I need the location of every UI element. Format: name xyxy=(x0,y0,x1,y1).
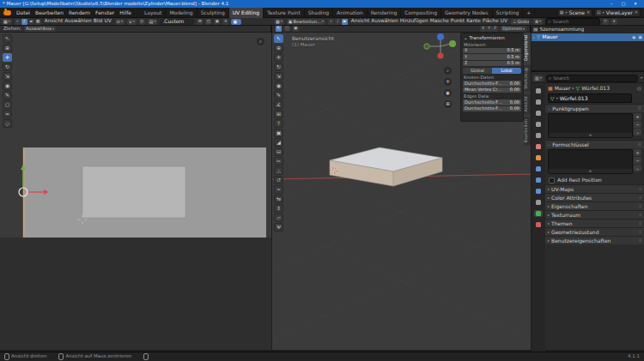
workspace-tab[interactable]: + xyxy=(523,8,535,18)
axis-field[interactable]: Y0.5 m xyxy=(463,54,521,60)
workspace-tab[interactable]: Modeling xyxy=(166,8,197,18)
axis-field[interactable]: X0.5 m xyxy=(463,48,521,54)
tweak-select-tool[interactable]: ↖ xyxy=(274,34,283,43)
uv-display-settings-button[interactable]: ▣▾ xyxy=(231,19,241,25)
move-tool[interactable]: ✛ xyxy=(3,53,12,62)
properties-search-input[interactable] xyxy=(553,75,587,81)
move-tool[interactable]: ✛ xyxy=(274,53,283,62)
disable-camera-icon[interactable]: ▣ xyxy=(638,35,642,39)
outliner-search-input[interactable] xyxy=(553,19,598,24)
ptab-particles[interactable] xyxy=(534,177,543,184)
shape-keys-panel-header[interactable]: ⌄ Formschlüssel ⠿ xyxy=(545,140,644,148)
remove-vertex-group-button[interactable]: − xyxy=(634,121,641,128)
spin-tool[interactable]: ↺ xyxy=(274,176,283,184)
ptab-world[interactable] xyxy=(534,143,543,150)
outliner-search[interactable]: ⌕ xyxy=(545,18,599,25)
ptab-object[interactable] xyxy=(534,154,543,161)
outliner-filter-icon[interactable]: ▽ xyxy=(603,19,609,25)
minimize-button[interactable]: – xyxy=(605,2,617,6)
unlink-scene-icon[interactable]: ✕ xyxy=(586,10,590,15)
properties-panel-collapsed[interactable]: ▸ Eigenschaften ⠿ xyxy=(545,202,644,210)
sidebar-tab[interactable]: Ansicht xyxy=(524,93,531,114)
uv-editor-type-button[interactable]: ▦▾ xyxy=(2,19,12,25)
uv-menu-item[interactable]: UV xyxy=(104,19,112,24)
uv-menu-item[interactable]: Auswählen xyxy=(64,19,92,24)
transform-tool[interactable]: ◉ xyxy=(3,81,12,90)
inset-faces-tool[interactable]: ▣ xyxy=(274,129,283,137)
ptab-output[interactable] xyxy=(534,110,543,117)
space-toggle-button[interactable]: Lokal xyxy=(492,68,521,74)
workspace-tab[interactable]: Compositing xyxy=(401,8,441,18)
uv-select-island[interactable]: ▩ xyxy=(35,19,41,25)
workspace-tab[interactable]: Layout xyxy=(141,8,166,18)
scale-tool[interactable]: ⇲ xyxy=(3,72,12,81)
properties-panel-collapsed[interactable]: ▸ UV-Maps ⠿ xyxy=(545,184,644,193)
workspace-tab[interactable]: Scripting xyxy=(493,8,524,18)
edge-slide-tool[interactable]: ⇆ xyxy=(274,195,283,203)
ptab-scene[interactable] xyxy=(534,132,543,139)
ptab-physics[interactable] xyxy=(534,188,543,195)
image-pack-icon[interactable]: ▣ xyxy=(214,19,220,25)
shrink-fatten-tool[interactable]: ⇕ xyxy=(274,204,283,213)
pinch-brush-tool[interactable]: ◇ xyxy=(3,119,12,128)
workspace-tab[interactable]: Geometry Nodes xyxy=(441,8,493,18)
browse-image-button[interactable]: ▤▾ xyxy=(148,19,158,25)
vertex-groups-panel-header[interactable]: ⌄ Punktgruppen ⠿ xyxy=(545,104,644,112)
viewport-menu-item[interactable]: Ansicht xyxy=(350,19,370,24)
rip-region-tool[interactable]: Ψ xyxy=(274,223,283,232)
smooth-tool[interactable]: ≈ xyxy=(274,185,283,194)
orientation-dropdown[interactable]: ⊥ Global▾ xyxy=(511,19,529,25)
viewport-menu-item[interactable]: Fläche xyxy=(482,19,500,24)
properties-panel-collapsed[interactable]: ▸ Themen ⠿ xyxy=(545,219,644,227)
relax-brush-tool[interactable]: ≈ xyxy=(3,110,12,118)
tweak-select-tool[interactable]: ↖ xyxy=(3,34,12,43)
viewport-zoom-icon[interactable]: ⌕ xyxy=(444,67,452,75)
sidebar-tab[interactable]: Bearbeiten xyxy=(524,117,531,145)
pin-icon[interactable]: ◎ xyxy=(637,86,641,91)
sidebar-tab[interactable]: Werkzeug xyxy=(524,65,531,92)
ptab-render[interactable] xyxy=(534,99,543,105)
viewlayer-selector[interactable]: ▤ ▾ ViewLayer ✕ xyxy=(594,9,641,17)
maximize-button[interactable]: ▢ xyxy=(617,2,629,6)
workspace-tab[interactable]: UV Editing xyxy=(229,8,264,18)
properties-panel-collapsed[interactable]: ▸ Color Attributes ⠿ xyxy=(545,193,644,202)
viewport-menu-item[interactable]: Hinzufügen xyxy=(399,19,429,24)
uv-snap-button[interactable]: ∪▾ xyxy=(127,19,137,25)
transform-panel-header[interactable]: ⌄ Transformieren xyxy=(464,36,521,41)
tool-option-icon[interactable]: ▣ xyxy=(293,26,299,32)
open-image-icon[interactable]: ◰ xyxy=(205,19,211,25)
properties-panel-collapsed[interactable]: ▸ Texturraum ⠿ xyxy=(545,210,644,219)
remove-shape-key-button[interactable]: − xyxy=(634,157,641,164)
outliner-editor-type-button[interactable]: ≣▾ xyxy=(533,19,543,25)
bevel-tool[interactable]: ◢ xyxy=(274,138,283,147)
add-rest-position-row[interactable]: Add Rest Position xyxy=(545,176,644,184)
uv-pivot-button[interactable]: ⊙▾ xyxy=(115,19,125,25)
vertex-groups-list[interactable]: ≡ xyxy=(548,113,633,138)
shape-key-specials-button[interactable]: ⌄ xyxy=(634,165,641,171)
measure-tool[interactable]: ∡ xyxy=(274,100,283,109)
vertex-data-field[interactable]: Mean Vertex Crease0.00 xyxy=(463,87,521,93)
viewport-camera-icon[interactable]: ◉ xyxy=(444,89,452,97)
add-vertex-group-button[interactable]: + xyxy=(634,113,641,120)
mode-dropdown[interactable]: ▣ Bearbeitun...▾ xyxy=(287,19,325,25)
properties-search[interactable]: ⌕ xyxy=(546,75,638,82)
grab-brush-tool[interactable]: ○ xyxy=(3,100,12,109)
ptab-modifiers[interactable] xyxy=(534,165,543,172)
cursor-tool[interactable]: ⊕ xyxy=(274,44,283,52)
viewport-menu-item[interactable]: Masche xyxy=(429,19,450,24)
edge-data-field[interactable]: Durchschnitts-Fasenge...0.00 xyxy=(463,99,521,105)
knife-tool[interactable]: ✂ xyxy=(274,157,283,165)
transform-tool[interactable]: ◉ xyxy=(274,81,283,90)
hide-eye-icon[interactable]: ◉ xyxy=(632,35,635,39)
shear-tool[interactable]: ▱ xyxy=(274,214,283,222)
vertex-group-specials-button[interactable]: ⌄ xyxy=(634,129,641,135)
shape-keys-list[interactable]: ≡ xyxy=(548,149,633,174)
viewport-menu-item[interactable]: UV xyxy=(500,19,508,24)
menu-item[interactable]: Hilfe xyxy=(117,10,134,15)
annotate-tool[interactable]: ✎ xyxy=(3,91,12,99)
ptab-constraints[interactable] xyxy=(534,199,543,206)
viewport-ortho-icon[interactable]: ⊞ xyxy=(444,100,452,108)
unlink-image-icon[interactable]: ✕ xyxy=(222,19,228,25)
mirror-axis-toggle[interactable]: Y xyxy=(486,26,492,32)
uv-select-edge[interactable]: ∕ xyxy=(21,19,27,25)
